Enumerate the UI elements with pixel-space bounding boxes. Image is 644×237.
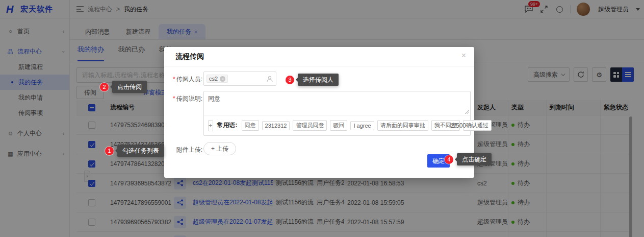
phrase-bar: + 常用语: 同意 2312312 管理员同意 驳回 I agree 请后面的同… [204,115,470,135]
app-window: H 宏天软件 流程中心 > 我的任务 99+ 超级管理员 ○ [0,0,644,237]
upload-label: 附件上传: [164,142,202,155]
recipients-input[interactable]: cs2 × [203,72,276,86]
phrases-label: 常用语: [217,121,238,130]
recipients-label: *传阅人员: [164,72,202,86]
modal-title: 流程传阅 [175,52,204,61]
circulation-modal: 流程传阅 × *传阅人员: cs2 × *传阅说明: 同意 [164,47,474,178]
phrase-chip[interactable]: 请后面的同事审批 [377,120,428,131]
step-tooltip: 选择传阅人 [298,74,339,86]
phrase-chip[interactable]: 确认通过 [463,120,492,131]
add-phrase-button[interactable]: + [208,120,213,131]
phrase-chip[interactable]: 驳回 [330,120,347,131]
step-badge: 1 [105,147,114,155]
step-badge: 3 [286,76,294,84]
resize-handle-icon[interactable] [465,110,469,114]
annotation-1: 1 勾选任务列表 [105,145,164,157]
annotation-2: 2 点击传阅 [100,81,147,93]
char-counter: 2/500 [451,122,466,129]
step-tooltip: 点击确定 [457,153,492,165]
note-textarea[interactable]: 同意 [204,91,470,115]
phrase-chip[interactable]: I agree [350,121,374,130]
user-search-icon[interactable] [267,76,273,84]
upload-button[interactable]: + 上传 [203,142,236,155]
phrase-chip[interactable]: 2312312 [262,121,290,130]
step-badge: 2 [100,83,109,91]
close-icon[interactable]: × [461,51,466,60]
step-badge: 4 [445,155,453,164]
recipient-tag: cs2 × [207,75,228,83]
annotation-4: 4 点击确定 [445,153,492,165]
tag-remove-icon[interactable]: × [220,76,225,82]
note-label: *传阅说明: [164,91,202,136]
phrase-chip[interactable]: 同意 [242,120,259,131]
step-tooltip: 勾选任务列表 [117,145,164,157]
step-tooltip: 点击传阅 [112,81,147,93]
phrase-chip[interactable]: 管理员同意 [293,120,327,131]
annotation-3: 3 选择传阅人 [286,74,339,86]
